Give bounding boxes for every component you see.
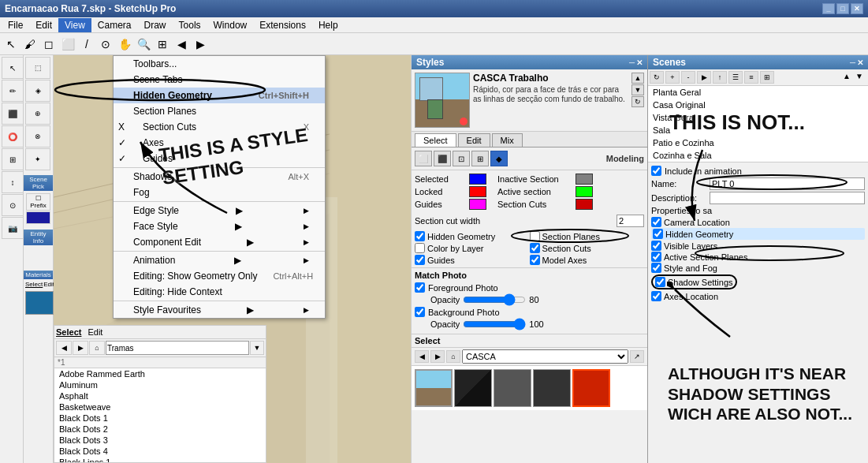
menu-toolbars[interactable]: Toolbars... [114, 56, 325, 72]
small-tool-1[interactable]: ⬚ [25, 57, 50, 79]
mat-adobe[interactable]: Adobe Rammed Earth [54, 368, 266, 379]
scenes-scroll-up[interactable]: ▲ [843, 72, 854, 83]
menu-component-edit[interactable]: Component Edit ▶ [114, 234, 325, 250]
scenes-grid-view[interactable]: ⊞ [760, 71, 774, 84]
fg-opacity-slider[interactable] [463, 293, 526, 306]
thumb-3[interactable] [494, 369, 531, 407]
section-cut-width-input[interactable] [617, 215, 644, 227]
cb-axes-location[interactable] [651, 291, 661, 301]
scenes-remove[interactable]: - [681, 71, 695, 84]
small-tool-3[interactable]: ⊕ [25, 103, 50, 125]
cb-hidden-geometry-scene[interactable] [653, 229, 663, 239]
tool-6[interactable]: ↕ [2, 171, 24, 193]
style-icon-4[interactable]: ⊞ [471, 151, 489, 166]
mat-black-dots-2[interactable]: Black Dots 2 [54, 424, 266, 435]
active-section-color[interactable] [576, 186, 593, 197]
scenes-add[interactable]: + [665, 71, 680, 84]
style-icon-3[interactable]: ⊡ [453, 151, 470, 166]
style-back[interactable]: ◀ [415, 350, 429, 363]
cb-fg-photo[interactable] [415, 282, 425, 293]
section-cuts-color[interactable] [576, 199, 593, 210]
style-folder-select[interactable]: CASCA [462, 349, 628, 364]
menu-edge-style[interactable]: Edge Style ▶ [114, 203, 325, 218]
style-icon-2[interactable]: ⬛ [434, 151, 451, 166]
small-tool-5[interactable]: ✦ [25, 148, 50, 170]
mat-black-dots-4[interactable]: Black Dots 4 [54, 446, 266, 457]
cb-hidden-geometry[interactable] [415, 231, 425, 241]
cb-visible-layers[interactable] [651, 241, 661, 251]
scenes-scroll-down[interactable]: ▼ [855, 72, 866, 83]
select-tab[interactable]: Select [56, 327, 81, 337]
menu-fog[interactable]: Fog [114, 185, 325, 200]
thumb-2[interactable] [454, 369, 492, 407]
mat-asphalt[interactable]: Asphalt [54, 390, 266, 401]
minimize-button[interactable]: _ [822, 3, 835, 14]
scene-planta-geral[interactable]: Planta Geral [648, 86, 868, 99]
mat-aluminum[interactable]: Aluminum [54, 379, 266, 390]
menu-scene-tabs[interactable]: Scene Tabs [114, 72, 325, 88]
style-icon-5[interactable]: ◆ [490, 151, 508, 166]
menu-hidden-geometry[interactable]: Hidden Geometry Ctrl+Shift+H [114, 88, 325, 103]
scene-casa-original[interactable]: Casa Original [648, 99, 868, 111]
scene-description-input[interactable] [710, 192, 865, 204]
tab-select[interactable]: Select [415, 133, 456, 147]
edit-tab[interactable]: Edit [88, 327, 102, 337]
style-home[interactable]: ⌂ [446, 350, 460, 363]
menu-file[interactable]: File [2, 18, 29, 32]
small-tool-2[interactable]: ◈ [25, 80, 50, 102]
materials-list[interactable]: Adobe Rammed Earth Aluminum Asphalt Bask… [54, 368, 266, 462]
tool-7[interactable]: ⊙ [2, 194, 24, 216]
tab-edit[interactable]: Edit [458, 133, 490, 147]
cb-bg-photo[interactable] [415, 307, 425, 317]
cb-color-by-layer[interactable] [415, 243, 425, 253]
tool-4[interactable]: ⭕ [2, 125, 24, 147]
styles-minimize[interactable]: ─ [629, 58, 635, 67]
bg-opacity-slider[interactable] [463, 318, 526, 330]
close-button[interactable]: ✕ [851, 3, 863, 14]
menu-animation[interactable]: Animation ▶ [114, 252, 325, 268]
menu-edit[interactable]: Edit [29, 18, 58, 32]
menu-style-favourites[interactable]: Style Favourites ▶ [114, 302, 325, 318]
tool-orbit[interactable]: ⊙ [96, 35, 115, 54]
menu-help[interactable]: Help [312, 18, 345, 32]
tool-3[interactable]: ⬛ [2, 103, 24, 125]
cb-active-section-planes[interactable] [651, 252, 661, 262]
maximize-button[interactable]: □ [836, 3, 849, 14]
mat-basketweave[interactable]: Basketweave [54, 401, 266, 413]
materials-select-tab[interactable]: Select [25, 281, 43, 288]
cb-shadow-settings[interactable] [655, 277, 665, 287]
cb-section-planes[interactable] [530, 231, 540, 241]
tramas-btn[interactable]: ▼ [250, 341, 264, 355]
mat-black-dots-1[interactable]: Black Dots 1 [54, 413, 266, 424]
thumb-1[interactable] [415, 369, 453, 407]
small-tool-4[interactable]: ⊗ [25, 125, 50, 147]
thumb-5-active[interactable] [572, 369, 610, 407]
menu-extensions[interactable]: Extensions [253, 18, 312, 32]
cb-model-axes[interactable] [530, 255, 540, 265]
menu-editing-show[interactable]: Editing: Show Geometry Only Ctrl+Alt+H [114, 268, 325, 284]
tool-1[interactable]: ↖ [2, 57, 24, 79]
scenes-settings[interactable]: ☰ [728, 71, 743, 84]
selected-color[interactable] [469, 174, 486, 185]
inactive-section-color[interactable] [576, 174, 593, 185]
menu-tools[interactable]: Tools [173, 18, 207, 32]
tool-5[interactable]: ⊞ [2, 148, 24, 170]
tool-zoom-extents[interactable]: ⊞ [153, 35, 172, 54]
menu-editing-hide[interactable]: Editing: Hide Context [114, 284, 325, 300]
menu-camera[interactable]: Camera [91, 18, 138, 32]
tool-zoom[interactable]: 🔍 [134, 35, 153, 54]
style-thumbnails-row[interactable] [412, 365, 647, 410]
forward-btn[interactable]: ▶ [73, 341, 88, 355]
tool-rect[interactable]: ⬜ [58, 35, 77, 54]
menu-face-style[interactable]: Face Style ▶ [114, 218, 325, 234]
tool-prev-view[interactable]: ◀ [172, 35, 191, 54]
scene-patio[interactable]: Patio e Cozinha [648, 136, 868, 149]
cb-guides[interactable] [415, 255, 425, 265]
scene-name-input[interactable] [710, 177, 865, 190]
menu-window[interactable]: Window [207, 18, 254, 32]
scene-cozinha[interactable]: Cozinha e Sala [648, 149, 868, 162]
mat-black-dots-3[interactable]: Black Dots 3 [54, 435, 266, 446]
mat-black-lines-1[interactable]: Black Lines 1 [54, 457, 266, 462]
style-open[interactable]: ↗ [630, 350, 644, 363]
style-forward[interactable]: ▶ [430, 350, 445, 363]
